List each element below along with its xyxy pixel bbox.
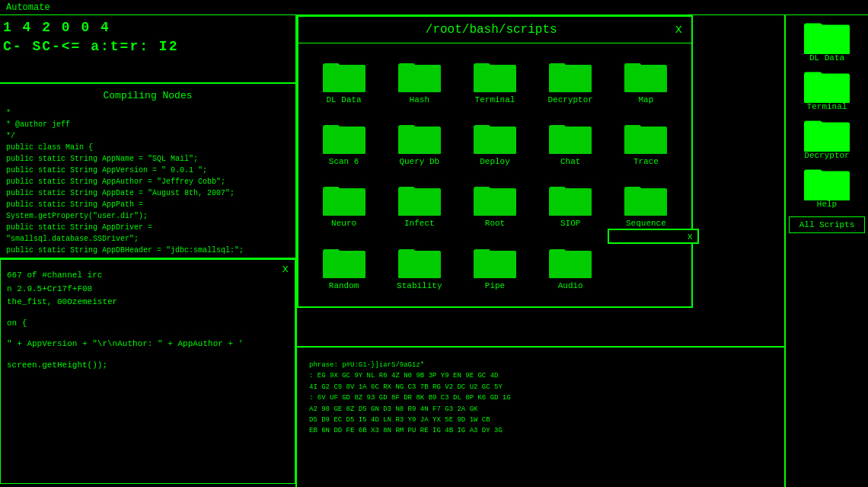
folder-item[interactable]: SIOP bbox=[535, 176, 607, 235]
folder-icon bbox=[474, 245, 516, 278]
folder-label: Terminal bbox=[475, 95, 515, 105]
file-browser-close-button[interactable]: x bbox=[675, 23, 682, 37]
folder-icon bbox=[474, 120, 516, 154]
sidebar-folder-icon bbox=[804, 165, 850, 198]
folder-label: Hash bbox=[410, 95, 429, 105]
folder-item[interactable]: Infect bbox=[383, 176, 455, 235]
folder-item[interactable]: Random bbox=[308, 239, 380, 297]
hex-row2b: A2 98 GE 8Z D5 GN D3 N8 R9 4N F7 G3 2A G… bbox=[309, 404, 772, 415]
folder-label: Infect bbox=[404, 219, 435, 229]
folder-label: Audio bbox=[558, 281, 583, 291]
svg-rect-51 bbox=[474, 187, 490, 193]
svg-rect-63 bbox=[323, 249, 340, 255]
sidebar-folder-item[interactable]: Terminal bbox=[789, 67, 865, 111]
folder-label: Decryptor bbox=[547, 95, 592, 105]
sidebar-folder-item[interactable]: Decryptor bbox=[789, 116, 865, 160]
svg-rect-91 bbox=[804, 169, 822, 176]
hex-row3: D5 D9 EC D5 I5 4D LN R3 Y9 JA YX 5E 9D 1… bbox=[309, 415, 772, 425]
hex-row1b: 4I G2 C9 8V 1A 6C RX NG C3 7B RG V2 DC U… bbox=[309, 382, 772, 392]
folder-item[interactable]: Root bbox=[458, 176, 531, 235]
left-panel: 1 4 2 0 0 4 C- SC-<= a:t=r: I2 Compiling… bbox=[0, 15, 297, 487]
chat-panel: x 667 of #channel ircn 2.9.5+Cr17f+F08th… bbox=[0, 259, 295, 484]
hex-row4: EB 6N DD FE 6B X3 8N RM PU RE IG 4B IG A… bbox=[309, 425, 772, 436]
folder-label: DL Data bbox=[326, 95, 361, 105]
title-bar: Automate bbox=[0, 0, 868, 15]
folder-item[interactable]: DL Data bbox=[308, 53, 380, 111]
chat-line: the_fist, 00Ozemeister bbox=[7, 296, 289, 309]
svg-rect-7 bbox=[398, 63, 415, 69]
code-panel-title: Compiling Nodes bbox=[6, 90, 289, 101]
sidebar-folder-item[interactable]: DL Data bbox=[789, 18, 865, 62]
folder-item[interactable]: Deploy bbox=[458, 114, 531, 173]
folder-icon bbox=[549, 59, 592, 92]
folder-icon bbox=[624, 59, 667, 92]
all-scripts-button[interactable]: All Scripts bbox=[789, 216, 865, 233]
file-browser-header: /root/bash/scripts x bbox=[298, 17, 691, 43]
svg-rect-15 bbox=[549, 63, 566, 69]
hex-row2: : 6V UF GD 8Z 93 GD 8F DR 8K B9 C3 DL 8P… bbox=[309, 392, 772, 403]
folder-icon bbox=[398, 182, 441, 216]
ascii-line1: 1 4 2 0 0 4 bbox=[3, 18, 292, 37]
folder-icon bbox=[323, 245, 365, 278]
chat-close-button[interactable]: x bbox=[282, 263, 289, 275]
decryptor-popup: x bbox=[608, 229, 699, 244]
folder-item[interactable]: Sequence bbox=[610, 176, 682, 235]
code-panel: Compiling Nodes * * @author jeff */publi… bbox=[0, 84, 295, 259]
svg-rect-87 bbox=[804, 120, 822, 127]
sidebar-folder-item[interactable]: Help bbox=[789, 165, 865, 209]
svg-rect-39 bbox=[624, 125, 641, 131]
decryptor-close-button[interactable]: x bbox=[688, 232, 693, 242]
svg-rect-35 bbox=[549, 125, 566, 131]
hex-row1: : EG 9X GC 9Y NL R6 4Z N0 9B 3P Y9 EN 9E… bbox=[309, 370, 772, 381]
sidebar-folder-icon bbox=[804, 18, 850, 52]
folder-label: Trace bbox=[633, 157, 659, 167]
sidebar-folder-label: Help bbox=[817, 200, 837, 209]
folder-label: Pipe bbox=[485, 281, 505, 291]
svg-rect-71 bbox=[474, 249, 490, 255]
sidebar-folder-label: Terminal bbox=[807, 102, 847, 111]
folder-item[interactable]: Terminal bbox=[458, 53, 531, 111]
folder-icon bbox=[624, 120, 667, 154]
chat-extra-line: on { bbox=[7, 317, 289, 331]
folder-item[interactable]: Map bbox=[610, 53, 682, 111]
main-layout: 1 4 2 0 0 4 C- SC-<= a:t=r: I2 Compiling… bbox=[0, 15, 868, 487]
folder-item[interactable]: Scan 6 bbox=[308, 114, 380, 173]
folder-icon bbox=[549, 120, 592, 154]
folder-item[interactable]: Hash bbox=[383, 53, 455, 111]
folder-item[interactable]: Chat bbox=[535, 114, 607, 173]
svg-rect-55 bbox=[549, 187, 566, 193]
folder-item[interactable]: Pipe bbox=[458, 239, 531, 297]
sidebar-folder-icon bbox=[804, 116, 850, 149]
svg-rect-23 bbox=[323, 125, 340, 131]
app-title: Automate bbox=[6, 2, 50, 13]
folder-icon bbox=[323, 120, 365, 154]
hex-prefix: phrase: p#U:G1-}]iarS/9aG1z* bbox=[309, 360, 772, 370]
chat-extra-line: screen.getHeight()); bbox=[7, 359, 289, 373]
svg-rect-59 bbox=[624, 187, 641, 193]
folder-item[interactable]: Neuro bbox=[308, 176, 380, 235]
folder-label: Scan 6 bbox=[329, 157, 359, 167]
folder-item[interactable]: Audio bbox=[535, 239, 607, 297]
right-sidebar: DL Data Terminal Decryptor HelpAll Scrip… bbox=[784, 15, 868, 487]
svg-rect-27 bbox=[398, 125, 415, 131]
folder-icon bbox=[624, 182, 667, 216]
terminal-top: 1 4 2 0 0 4 C- SC-<= a:t=r: I2 bbox=[0, 15, 295, 84]
chat-extra-line: " + AppVersion + "\r\nAuthor: " + AppAut… bbox=[7, 338, 289, 351]
folder-item[interactable]: Stability bbox=[383, 239, 455, 297]
svg-rect-83 bbox=[804, 72, 822, 78]
folder-icon bbox=[474, 182, 516, 216]
folder-label: Map bbox=[638, 95, 653, 105]
folder-icon bbox=[398, 120, 441, 154]
folder-icon bbox=[549, 182, 592, 216]
svg-rect-3 bbox=[323, 63, 340, 69]
folder-label: Chat bbox=[560, 157, 580, 167]
file-browser: /root/bash/scripts x DL Data Hash Termin… bbox=[297, 15, 693, 308]
folder-label: Root bbox=[485, 219, 505, 229]
folder-icon bbox=[398, 245, 441, 278]
folder-icon bbox=[323, 59, 365, 92]
folder-item[interactable]: Decryptor bbox=[535, 53, 607, 111]
folder-icon bbox=[398, 59, 441, 92]
folder-item[interactable]: Trace bbox=[610, 114, 682, 173]
folder-item[interactable]: Query Db bbox=[383, 114, 455, 173]
sidebar-folder-icon bbox=[804, 67, 850, 101]
